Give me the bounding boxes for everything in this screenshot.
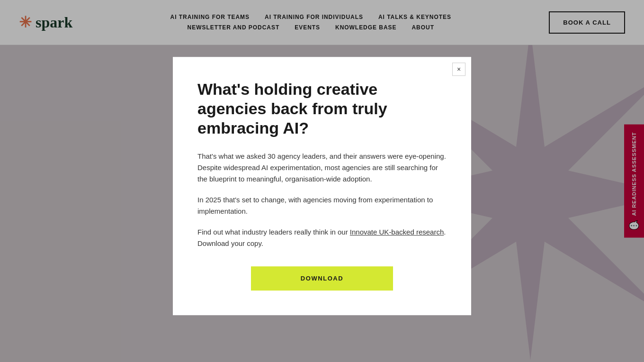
modal-paragraph-2: In 2025 that's set to change, with agenc… bbox=[197, 195, 447, 217]
modal-close-button[interactable]: × bbox=[452, 63, 465, 76]
modal-innovate-link[interactable]: Innovate UK-backed research bbox=[350, 228, 444, 236]
modal-paragraph-3: Find out what industry leaders really th… bbox=[197, 227, 447, 250]
modal-download-button[interactable]: DOWNLOAD bbox=[251, 267, 393, 291]
modal-paragraph-3-prefix: Find out what industry leaders really th… bbox=[197, 228, 350, 236]
modal-paragraph-1: That's what we asked 30 agency leaders, … bbox=[197, 151, 447, 185]
modal-dialog: × What's holding creative agencies back … bbox=[173, 57, 471, 315]
modal-title: What's holding creative agencies back fr… bbox=[197, 80, 447, 137]
